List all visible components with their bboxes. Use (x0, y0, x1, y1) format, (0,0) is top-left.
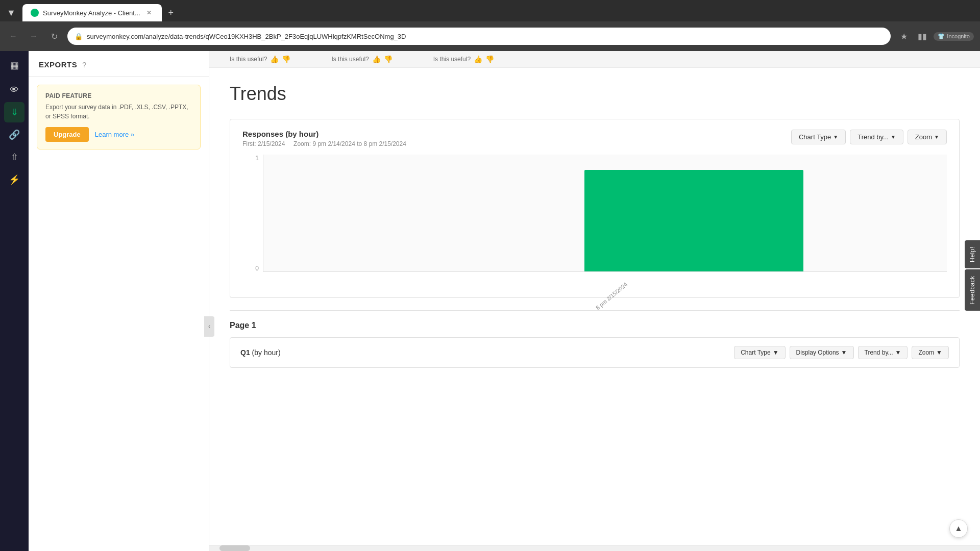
feedback-item-1: Is this useful? 👍 👎 (230, 55, 290, 63)
page-section: Page 1 Q1 (by hour) Chart Type ▼ (230, 310, 960, 368)
scroll-to-top-button[interactable]: ▲ (949, 519, 968, 538)
chart-zoom-range: Zoom: 9 pm 2/14/2024 to 8 pm 2/15/2024 (293, 140, 406, 147)
q1-zoom-label: Zoom (918, 349, 934, 356)
q1-id: Q1 (240, 348, 250, 357)
scrollbar-thumb[interactable] (219, 545, 250, 551)
x-label: 8 pm 2/15/2024 (595, 281, 628, 311)
trends-page-title: Trends (230, 83, 960, 105)
main-content: Is this useful? 👍 👎 Is this useful? 👍 👎 … (209, 51, 980, 551)
feedback-text-3: Is this useful? (433, 56, 471, 63)
chart-type-button[interactable]: Chart Type ▼ (791, 130, 846, 144)
feedback-tab[interactable]: Feedback (965, 269, 980, 311)
horizontal-scrollbar[interactable] (209, 545, 980, 551)
help-tab[interactable]: Help! (965, 240, 980, 268)
q1-zoom-button[interactable]: Zoom ▼ (912, 346, 949, 359)
trend-by-button[interactable]: Trend by... ▼ (850, 130, 903, 144)
q1-section: Q1 (by hour) Chart Type ▼ Display Option… (230, 337, 960, 368)
thumbs-down-3[interactable]: 👎 (485, 55, 494, 63)
sidebar-icon-filter[interactable]: ▦ (4, 55, 24, 76)
q1-display-options-label: Display Options (796, 349, 839, 356)
chart-bar (584, 170, 803, 271)
q1-display-options-arrow: ▼ (841, 349, 847, 356)
q1-chart-type-arrow: ▼ (773, 349, 779, 356)
incognito-badge: 👕 Incognito (934, 32, 974, 41)
chart-title-area: Responses (by hour) First: 2/15/2024 Zoo… (242, 130, 406, 147)
refresh-button[interactable]: ↻ (47, 29, 61, 43)
tab-favicon (31, 9, 39, 17)
feedback-text-1: Is this useful? (230, 56, 267, 63)
y-label-min: 0 (255, 265, 259, 272)
chart-first-date: First: 2/15/2024 (242, 140, 285, 147)
browser-chrome: ▼ SurveyMonkey Analyze - Client... ✕ + ←… (0, 0, 980, 51)
q1-trend-by-button[interactable]: Trend by... ▼ (858, 346, 908, 359)
exports-panel: EXPORTS ? PAID FEATURE Export your surve… (29, 51, 209, 551)
url-text: surveymonkey.com/analyze/data-trends/qWC… (87, 33, 406, 40)
sidebar-icon-download[interactable]: ⇓ (4, 102, 24, 122)
chart-type-arrow: ▼ (833, 134, 838, 140)
thumbs-up-1[interactable]: 👍 (270, 55, 279, 63)
thumbs-up-2[interactable]: 👍 (372, 55, 381, 63)
address-bar[interactable]: 🔒 surveymonkey.com/analyze/data-trends/q… (67, 28, 891, 45)
chart-x-axis: 8 pm 2/15/2024 (263, 272, 947, 287)
browser-tabs: ▼ SurveyMonkey Analyze - Client... ✕ + (0, 0, 980, 21)
paid-feature-title: PAID FEATURE (45, 92, 192, 99)
panel-title: EXPORTS (39, 60, 77, 69)
browser-nav-icons: ★ ▮▮ 👕 Incognito (897, 29, 974, 43)
feedback-item-3: Is this useful? 👍 👎 (433, 55, 494, 63)
sidebar-icon-lightning[interactable]: ⚡ (4, 169, 24, 190)
q1-controls: Chart Type ▼ Display Options ▼ Trend by.… (734, 346, 949, 359)
learn-more-link[interactable]: Learn more » (95, 131, 134, 138)
chart-area: 1 0 8 pm 2/15/2024 (242, 155, 947, 287)
page-1-title: Page 1 (230, 321, 960, 330)
content-area: Trends Responses (by hour) First: 2/15/2… (209, 68, 980, 383)
new-tab-button[interactable]: + (164, 6, 178, 20)
tab-title: SurveyMonkey Analyze - Client... (43, 9, 140, 17)
q1-zoom-arrow: ▼ (936, 349, 942, 356)
icon-sidebar: ▦ 👁 ⇓ 🔗 ⇧ ⚡ (0, 51, 29, 551)
panel-help-icon[interactable]: ? (82, 61, 86, 69)
q1-trend-by-arrow: ▼ (895, 349, 901, 356)
right-tabs: Help! Feedback (965, 240, 980, 310)
sidebar-icon-share[interactable]: ⇧ (4, 147, 24, 167)
tab-close-button[interactable]: ✕ (144, 8, 154, 17)
sidebar-icon-link[interactable]: 🔗 (4, 124, 24, 145)
forward-button[interactable]: → (27, 29, 41, 43)
chart-title: Responses (by hour) (242, 130, 406, 138)
back-button[interactable]: ← (6, 29, 20, 43)
q1-title: Q1 (by hour) (240, 348, 281, 357)
chart-y-axis: 1 0 (242, 155, 263, 272)
q1-chart-type-button[interactable]: Chart Type ▼ (734, 346, 785, 359)
feedback-item-2: Is this useful? 👍 👎 (331, 55, 392, 63)
chart-section: Responses (by hour) First: 2/15/2024 Zoo… (230, 119, 960, 298)
incognito-icon: 👕 (938, 33, 945, 40)
upgrade-button[interactable]: Upgrade (45, 127, 89, 142)
thumbs-up-3[interactable]: 👍 (474, 55, 482, 63)
feedback-bar: Is this useful? 👍 👎 Is this useful? 👍 👎 … (209, 51, 980, 68)
chart-header: Responses (by hour) First: 2/15/2024 Zoo… (242, 130, 947, 147)
paid-feature-description: Export your survey data in .PDF, .XLS, .… (45, 103, 192, 121)
zoom-button[interactable]: Zoom ▼ (908, 130, 947, 144)
browser-tab-active[interactable]: SurveyMonkey Analyze - Client... ✕ (22, 4, 162, 21)
zoom-arrow: ▼ (934, 134, 939, 140)
bookmark-icon[interactable]: ★ (897, 29, 911, 43)
sidebar-toggle-icon[interactable]: ▮▮ (915, 29, 929, 43)
paid-feature-box: PAID FEATURE Export your survey data in … (37, 85, 201, 149)
trend-by-arrow: ▼ (891, 134, 896, 140)
paid-feature-actions: Upgrade Learn more » (45, 127, 192, 142)
profile-icon[interactable]: ▼ (4, 6, 18, 20)
q1-display-options-button[interactable]: Display Options ▼ (790, 346, 854, 359)
zoom-label: Zoom (915, 133, 932, 141)
thumbs-down-1[interactable]: 👎 (282, 55, 290, 63)
y-label-max: 1 (255, 155, 259, 162)
thumbs-down-2[interactable]: 👎 (384, 55, 393, 63)
page-layout: ▦ 👁 ⇓ 🔗 ⇧ ⚡ EXPORTS ? PAID FEATURE Expor… (0, 51, 980, 551)
feedback-text-2: Is this useful? (331, 56, 369, 63)
incognito-label: Incognito (947, 33, 970, 39)
chart-subtitle: First: 2/15/2024 Zoom: 9 pm 2/14/2024 to… (242, 140, 406, 147)
panel-collapse-button[interactable]: ‹ (204, 316, 214, 337)
chart-plot (263, 155, 947, 272)
sidebar-icon-eye[interactable]: 👁 (4, 80, 24, 100)
q1-header: Q1 (by hour) Chart Type ▼ Display Option… (240, 346, 949, 359)
q1-trend-by-label: Trend by... (865, 349, 893, 356)
q1-chart-type-label: Chart Type (741, 349, 770, 356)
